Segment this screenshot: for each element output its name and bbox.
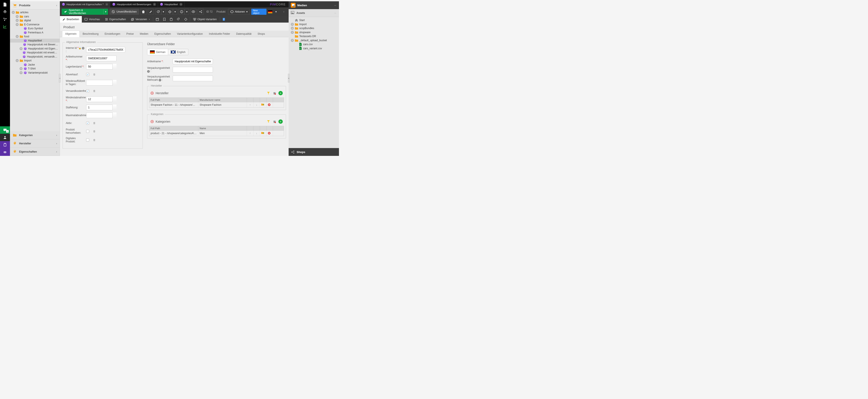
tab-versionen[interactable]: Versionen ▾ xyxy=(128,16,152,23)
tree-item[interactable]: Hauptprodukt mit Bewertungen xyxy=(10,42,60,47)
subtab[interactable]: Shops xyxy=(254,31,268,37)
delete-icon[interactable] xyxy=(272,119,277,124)
info-dropdown[interactable]: ▾ xyxy=(185,9,189,15)
close-icon[interactable]: × xyxy=(180,3,183,6)
open-icon[interactable] xyxy=(260,131,267,136)
save-dropdown-button[interactable]: ▾ xyxy=(103,9,108,15)
expand-icon[interactable]: + xyxy=(291,39,294,42)
reload-dropdown[interactable]: ▾ xyxy=(161,9,165,15)
tree-item[interactable]: +Hauptprodukt mit Eigenschaften xyxy=(10,47,60,51)
expand-icon[interactable]: + xyxy=(16,19,19,22)
clear-icon[interactable]: 🗑 xyxy=(93,139,96,142)
tag-icon[interactable] xyxy=(175,16,182,23)
expand-icon[interactable]: + xyxy=(291,31,294,34)
versandkostenfrei-checkbox[interactable]: ✓ xyxy=(86,89,89,92)
expand-icon[interactable]: + xyxy=(20,71,23,74)
clear-icon[interactable]: 🗑 xyxy=(93,130,96,133)
tree-item[interactable]: +articles xyxy=(10,10,60,14)
table-row[interactable]: Shopware Fashion - 11 - /shopware/manufa… xyxy=(149,102,284,108)
clipboard-icon[interactable] xyxy=(168,16,175,23)
document-icon[interactable] xyxy=(220,16,227,23)
sidebar-tab-kategorien[interactable]: Kategorien › xyxy=(10,131,60,140)
tree-item[interactable]: +scopBundles xyxy=(289,26,339,30)
tree-item[interactable]: +T-Shirt xyxy=(10,67,60,71)
bookmark-icon[interactable] xyxy=(161,16,168,23)
subtab[interactable]: Preise xyxy=(123,31,137,37)
collapse-icon[interactable]: ← xyxy=(334,4,337,7)
filter-icon[interactable] xyxy=(266,119,271,124)
tree-item[interactable]: +digital xyxy=(10,19,60,23)
share-icon[interactable] xyxy=(198,9,204,15)
delete-icon[interactable] xyxy=(272,91,277,95)
shops-footer[interactable]: Shops xyxy=(289,148,339,156)
lang-tab-german[interactable]: German xyxy=(147,49,168,55)
tree-item[interactable]: +Variantenprodukt xyxy=(10,71,60,75)
sidebar-tab-hersteller[interactable]: Hersteller › xyxy=(10,140,60,148)
tree-item[interactable]: +cars xyxy=(10,14,60,19)
subtab[interactable]: Einstellungen xyxy=(101,31,123,37)
sidebar-tab-eigenschaften[interactable]: Eigenschaften › xyxy=(10,148,60,156)
arrow-down-icon[interactable]: ↓ xyxy=(253,102,260,108)
expand-icon[interactable]: + xyxy=(16,15,19,18)
scroll-right-icon[interactable]: › xyxy=(281,9,287,15)
preview-icon[interactable] xyxy=(190,9,196,15)
open-icon[interactable] xyxy=(260,102,267,108)
remove-icon[interactable] xyxy=(267,102,273,108)
arrow-up-icon[interactable]: ↑ xyxy=(247,131,253,136)
new-object-badge[interactable]: New object xyxy=(251,9,267,15)
document-tab[interactable]: Hauptprodukt mit Bewertungen× xyxy=(110,1,158,7)
calendar-icon[interactable] xyxy=(154,16,161,23)
clear-icon[interactable]: 🗑 xyxy=(93,122,96,125)
wiederauffuell-input[interactable] xyxy=(86,80,117,86)
subtab[interactable]: Medien xyxy=(137,31,151,37)
mindestabnahme-input[interactable] xyxy=(86,96,117,102)
assets-header[interactable]: Assets ← xyxy=(289,9,339,17)
tab-objektvarianten[interactable]: Objekt-Varianten xyxy=(190,16,219,23)
expand-icon[interactable]: + xyxy=(20,47,23,50)
document-tab[interactable]: Hauptartikel× xyxy=(158,1,184,7)
infinity-icon[interactable] xyxy=(0,149,10,156)
collapse-icon[interactable]: ← xyxy=(334,11,337,14)
save-publish-button[interactable]: Speichern & Veröffentlichen xyxy=(62,9,103,15)
tree-item[interactable]: +E-Commerce xyxy=(10,23,60,27)
tree-item[interactable]: Xcars_variant.csv xyxy=(289,47,339,51)
subtab[interactable]: Datenqualität xyxy=(233,31,254,37)
clear-icon[interactable]: 🗑 xyxy=(93,73,96,76)
expand-icon[interactable]: + xyxy=(291,23,294,26)
tree-item[interactable]: Hauptprodukt mit erweiterten Preisen xyxy=(10,51,60,55)
add-icon[interactable]: + xyxy=(278,119,283,124)
expand-icon[interactable]: + xyxy=(20,67,23,70)
aktiv-checkbox[interactable]: ✓ xyxy=(86,122,89,125)
gear-icon[interactable] xyxy=(0,8,10,16)
document-tab[interactable]: Hauptprodukt mit Eigenschaften *× xyxy=(60,1,110,7)
expand-icon[interactable]: + xyxy=(16,23,19,26)
abverkauf-checkbox[interactable]: ✓ xyxy=(86,73,89,76)
unpublish-button[interactable]: Unveröffentlichen xyxy=(110,9,139,15)
network-icon[interactable] xyxy=(0,16,10,23)
tree-item[interactable]: Start xyxy=(289,18,339,22)
tree-item[interactable]: Xcars.csv xyxy=(289,42,339,47)
tree-item[interactable]: Jacke xyxy=(10,63,60,67)
interne-id-input[interactable] xyxy=(86,47,125,53)
digital-checkbox[interactable] xyxy=(86,139,89,142)
collapse-left-icon[interactable]: ◂ xyxy=(59,74,61,83)
tree-item[interactable]: Hauptartikel xyxy=(10,39,60,43)
verpackung-input[interactable] xyxy=(173,67,213,72)
subtab[interactable]: Variantenkonfiguration xyxy=(174,31,206,37)
info-icon[interactable] xyxy=(179,9,185,15)
tab-eigenschaften[interactable]: Eigenschaften xyxy=(102,16,128,23)
expand-icon[interactable]: + xyxy=(16,59,19,62)
subtab[interactable]: Allgemein xyxy=(62,31,80,37)
delete-icon[interactable] xyxy=(141,9,147,15)
diamond-icon[interactable] xyxy=(182,16,189,23)
tree-item[interactable]: +Import xyxy=(10,59,60,63)
tree-item[interactable]: +Import xyxy=(289,22,339,27)
arrow-down-icon[interactable]: ↓ xyxy=(253,131,260,136)
tree-item[interactable]: Ferienhaus A xyxy=(10,31,60,35)
staffelung-input[interactable] xyxy=(86,104,117,110)
edit-icon[interactable] xyxy=(148,9,154,15)
lang-tab-english[interactable]: English xyxy=(168,49,188,55)
tree-item[interactable]: Euro Symbol xyxy=(10,27,60,31)
actions-dropdown[interactable]: Aktionen ▾ xyxy=(228,9,250,15)
maximalabnahme-input[interactable] xyxy=(86,113,117,118)
